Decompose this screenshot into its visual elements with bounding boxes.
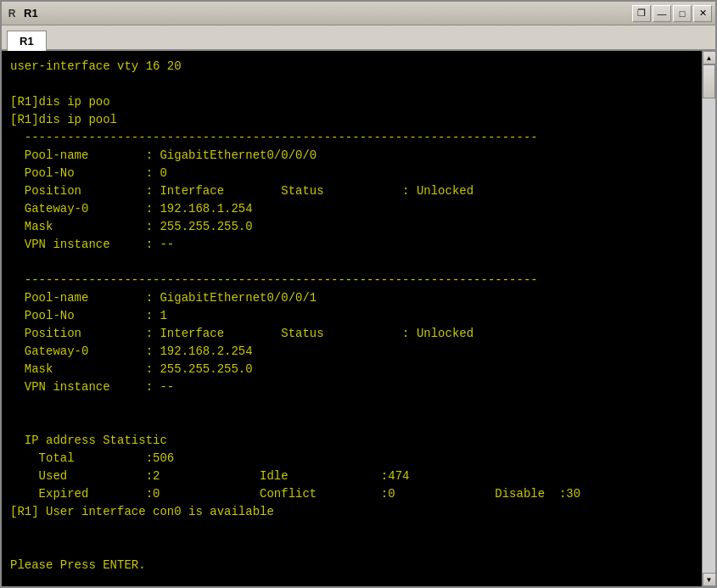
tab-r1[interactable]: R1 (7, 31, 47, 51)
close-button[interactable]: ✕ (693, 5, 712, 22)
tab-bar: R1 (2, 25, 715, 51)
window-title: R1 (24, 7, 632, 20)
maximize-button[interactable]: □ (673, 5, 692, 22)
scroll-up-button[interactable]: ▲ (703, 51, 716, 64)
terminal-output[interactable]: user-interface vty 16 20 [R1]dis ip poo … (2, 51, 702, 586)
minimize-button[interactable]: — (653, 5, 671, 22)
scroll-track[interactable] (703, 64, 715, 573)
title-bar: R R1 ❐ — □ ✕ (2, 2, 715, 25)
restore-button[interactable]: ❐ (632, 5, 651, 22)
scroll-down-button[interactable]: ▼ (703, 573, 716, 586)
window-controls: ❐ — □ ✕ (632, 5, 712, 22)
scroll-thumb[interactable] (703, 64, 715, 98)
main-window: R R1 ❐ — □ ✕ R1 user-interface vty 16 20… (0, 0, 717, 588)
scrollbar[interactable]: ▲ ▼ (702, 51, 715, 586)
window-icon: R (5, 7, 19, 20)
terminal-wrapper: user-interface vty 16 20 [R1]dis ip poo … (2, 51, 715, 586)
